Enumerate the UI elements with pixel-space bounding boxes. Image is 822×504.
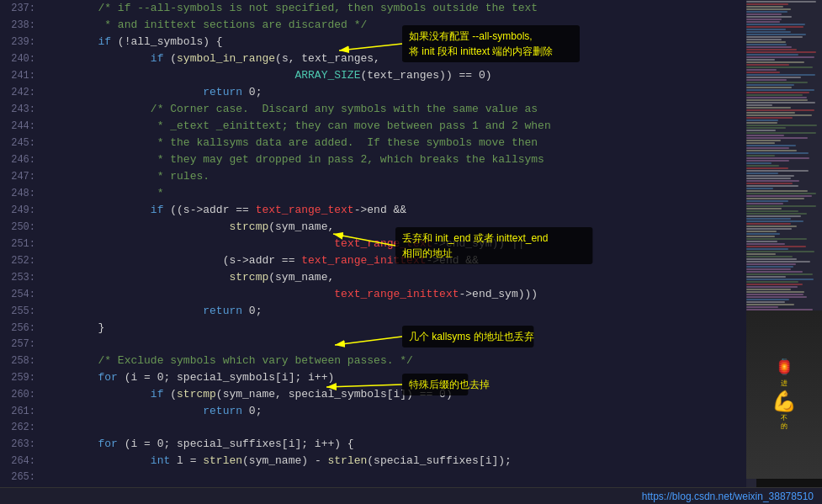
mini-line [746,8,791,10]
line-content: * the kallsyms data are added. If these … [45,135,738,151]
code-line: 245: * the kallsyms data are added. If t… [8,135,738,151]
token: (!all_symbols) { [111,35,223,48]
line-content: ARRAY_SIZE(text_ranges)) == 0) [45,67,738,83]
mini-line [746,56,814,58]
minimap[interactable] [746,0,822,310]
line-number: 249: [8,203,45,219]
code-line: 254: text_range_inittext->end_sym))) [8,286,738,303]
token: for [98,371,117,384]
mini-line [746,13,782,15]
mini-line [746,170,809,172]
token: text_range_text [334,237,432,250]
code-line: 258: /* Exclude symbols which vary betwe… [8,353,738,369]
line-content: * and inittext sections are discarded */ [45,17,738,33]
line-number: 241: [8,68,45,84]
line-number: 237: [8,1,45,17]
mini-line [746,132,816,134]
line-number: 251: [8,236,45,252]
mini-line [746,256,793,257]
token [45,52,151,65]
line-content: text_range_inittext->end_sym))) [45,286,738,302]
code-line: 255: return 0; [8,303,738,320]
token: (text_ranges)) == 0) [360,69,491,82]
code-line: 265: [8,470,738,485]
code-line: 242: return 0; [8,84,738,101]
mini-line [746,220,803,222]
code-area[interactable]: 237: /* if --all-symbols is not specifie… [0,0,746,504]
mini-line [746,178,791,179]
token: /* Exclude symbols which vary between pa… [45,354,413,367]
mini-line [746,238,807,240]
line-number: 257: [8,337,45,353]
mini-line [746,125,817,126]
mini-line [746,152,809,154]
token: if [151,52,164,65]
mini-line [746,94,803,96]
mini-line [746,135,784,136]
token [45,405,203,417]
mini-line [746,304,794,305]
mini-line [746,66,813,68]
mini-line [746,228,792,230]
mini-line [746,44,787,45]
status-url: https://blog.csdn.net/weixin_38878510 [642,491,814,502]
token: (sym_name, [268,220,334,233]
mini-line [746,200,788,202]
line-number: 248: [8,186,45,202]
code-line: 251: text_range_text->end_sym)) || [8,236,738,252]
mini-line [746,137,808,139]
line-number: 254: [8,287,45,303]
mini-line [746,92,809,93]
character-image: 🏮 进 💪 不 的 [746,310,822,479]
mini-line [746,223,791,225]
mini-line [746,276,786,278]
mini-line [746,286,798,288]
token: text_range_inittext [301,254,426,267]
line-content: /* Corner case. Discard any symbols with… [45,101,738,117]
mini-line [746,34,806,35]
mini-line [746,77,801,78]
line-content: for (i = 0; special_symbols[i]; i++) [45,369,738,385]
mini-line [746,190,808,192]
token: strcmp [229,220,268,233]
mini-line [746,243,785,245]
code-line: 243: /* Corner case. Discard any symbols… [8,101,738,118]
token: if [98,35,111,48]
token: 0; [242,86,262,98]
code-line: 264: int l = strlen(sym_name) - strlen(s… [8,453,738,470]
mini-line [746,241,777,242]
mini-line [746,291,804,293]
code-line: 256: } [8,320,738,337]
code-line: 244: * _etext _einittext; they can move … [8,118,738,135]
mini-line [746,11,788,13]
token: ((s->addr == [163,204,255,216]
token: * and inittext sections are discarded */ [45,19,367,31]
mini-line [746,64,789,66]
mini-line [746,61,804,63]
token: ->end_sym))) [459,288,538,300]
mini-line [746,188,773,189]
mini-line [746,1,816,3]
mini-line [746,193,816,194]
mini-line [746,82,808,83]
token: if [151,388,164,401]
line-content: for (i = 0; special_suffixes[i]; i++) { [45,436,738,452]
token [45,305,203,317]
line-number: 244: [8,119,45,135]
line-number: 263: [8,437,45,453]
mini-line [746,102,815,103]
token: ->end_sym)) || [432,237,524,250]
mini-line [746,236,775,237]
token: /* if --all-symbols is not specified, th… [45,2,538,14]
mini-line [746,3,788,5]
token: ( [163,388,177,401]
mini-line [746,225,797,227]
mini-line [746,268,791,270]
line-content: strcmp(sym_name, [45,219,738,235]
code-line: 246: * they may get dropped in pass 2, w… [8,151,738,168]
mini-line [746,205,816,207]
mini-line [746,112,795,114]
token: return [203,405,242,417]
token: ( [163,52,177,65]
mini-line [746,246,806,247]
